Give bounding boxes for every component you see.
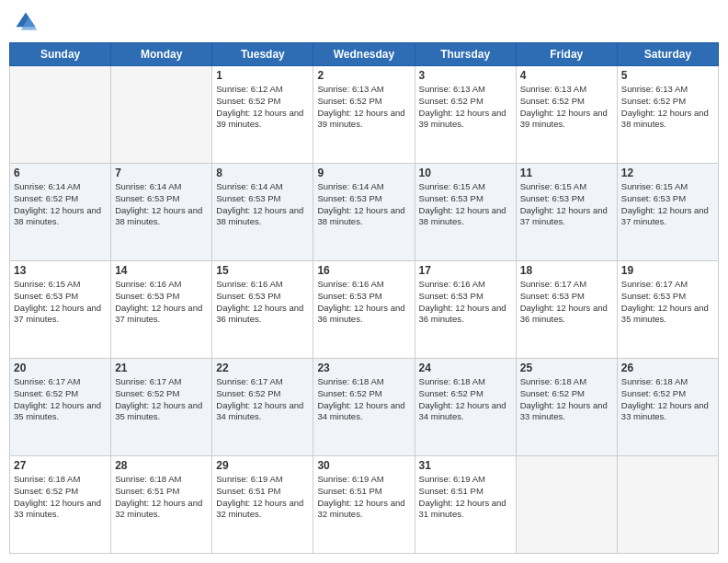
day-number: 31	[419, 459, 512, 472]
day-number: 18	[520, 264, 613, 277]
header	[9, 9, 719, 35]
day-info: Sunrise: 6:12 AM Sunset: 6:52 PM Dayligh…	[216, 84, 309, 131]
day-header-thursday: Thursday	[415, 43, 516, 66]
day-info: Sunrise: 6:17 AM Sunset: 6:53 PM Dayligh…	[520, 279, 613, 326]
day-number: 27	[14, 459, 107, 472]
day-number: 9	[317, 167, 410, 179]
day-info: Sunrise: 6:13 AM Sunset: 6:52 PM Dayligh…	[621, 84, 714, 131]
day-info: Sunrise: 6:17 AM Sunset: 6:53 PM Dayligh…	[621, 279, 714, 326]
day-cell-2: 2Sunrise: 6:13 AM Sunset: 6:52 PM Daylig…	[313, 66, 415, 164]
day-cell-9: 9Sunrise: 6:14 AM Sunset: 6:53 PM Daylig…	[313, 164, 415, 261]
day-cell-11: 11Sunrise: 6:15 AM Sunset: 6:53 PM Dayli…	[516, 164, 617, 261]
calendar-table: SundayMondayTuesdayWednesdayThursdayFrid…	[9, 42, 719, 554]
day-number: 11	[520, 167, 613, 179]
day-info: Sunrise: 6:17 AM Sunset: 6:52 PM Dayligh…	[115, 376, 208, 423]
day-cell-6: 6Sunrise: 6:14 AM Sunset: 6:52 PM Daylig…	[10, 164, 111, 261]
week-row-4: 20Sunrise: 6:17 AM Sunset: 6:52 PM Dayli…	[10, 359, 719, 456]
day-number: 10	[419, 167, 512, 179]
day-number: 13	[14, 264, 107, 277]
day-number: 8	[216, 167, 309, 179]
logo-icon	[13, 9, 39, 35]
day-info: Sunrise: 6:14 AM Sunset: 6:52 PM Dayligh…	[14, 181, 107, 228]
day-info: Sunrise: 6:14 AM Sunset: 6:53 PM Dayligh…	[317, 181, 410, 228]
day-cell-3: 3Sunrise: 6:13 AM Sunset: 6:52 PM Daylig…	[415, 66, 516, 164]
day-number: 6	[14, 167, 107, 179]
day-cell-8: 8Sunrise: 6:14 AM Sunset: 6:53 PM Daylig…	[212, 164, 313, 261]
day-info: Sunrise: 6:15 AM Sunset: 6:53 PM Dayligh…	[520, 181, 613, 228]
day-info: Sunrise: 6:17 AM Sunset: 6:52 PM Dayligh…	[216, 376, 309, 423]
day-cell-29: 29Sunrise: 6:19 AM Sunset: 6:51 PM Dayli…	[212, 456, 313, 554]
day-info: Sunrise: 6:18 AM Sunset: 6:52 PM Dayligh…	[621, 376, 714, 423]
day-number: 23	[317, 362, 410, 374]
day-header-sunday: Sunday	[10, 43, 111, 66]
day-number: 15	[216, 264, 309, 277]
day-header-friday: Friday	[516, 43, 617, 66]
day-info: Sunrise: 6:13 AM Sunset: 6:52 PM Dayligh…	[520, 84, 613, 131]
day-cell-1: 1Sunrise: 6:12 AM Sunset: 6:52 PM Daylig…	[212, 66, 313, 164]
day-number: 12	[621, 167, 714, 179]
day-number: 1	[216, 69, 309, 82]
day-number: 19	[621, 264, 714, 277]
day-cell-15: 15Sunrise: 6:16 AM Sunset: 6:53 PM Dayli…	[212, 261, 313, 359]
day-number: 24	[419, 362, 512, 374]
day-info: Sunrise: 6:14 AM Sunset: 6:53 PM Dayligh…	[216, 181, 309, 228]
day-cell-20: 20Sunrise: 6:17 AM Sunset: 6:52 PM Dayli…	[10, 359, 111, 456]
day-info: Sunrise: 6:16 AM Sunset: 6:53 PM Dayligh…	[419, 279, 512, 326]
day-number: 5	[621, 69, 714, 82]
day-info: Sunrise: 6:16 AM Sunset: 6:53 PM Dayligh…	[317, 279, 410, 326]
day-header-tuesday: Tuesday	[212, 43, 313, 66]
day-header-wednesday: Wednesday	[313, 43, 415, 66]
day-cell-27: 27Sunrise: 6:18 AM Sunset: 6:52 PM Dayli…	[10, 456, 111, 554]
day-cell-24: 24Sunrise: 6:18 AM Sunset: 6:52 PM Dayli…	[415, 359, 516, 456]
day-info: Sunrise: 6:18 AM Sunset: 6:52 PM Dayligh…	[419, 376, 512, 423]
day-cell-4: 4Sunrise: 6:13 AM Sunset: 6:52 PM Daylig…	[516, 66, 617, 164]
day-cell-19: 19Sunrise: 6:17 AM Sunset: 6:53 PM Dayli…	[617, 261, 718, 359]
day-number: 26	[621, 362, 714, 374]
day-cell-23: 23Sunrise: 6:18 AM Sunset: 6:52 PM Dayli…	[313, 359, 415, 456]
day-number: 17	[419, 264, 512, 277]
day-info: Sunrise: 6:18 AM Sunset: 6:52 PM Dayligh…	[520, 376, 613, 423]
day-info: Sunrise: 6:19 AM Sunset: 6:51 PM Dayligh…	[216, 474, 309, 521]
day-cell-26: 26Sunrise: 6:18 AM Sunset: 6:52 PM Dayli…	[617, 359, 718, 456]
day-cell-17: 17Sunrise: 6:16 AM Sunset: 6:53 PM Dayli…	[415, 261, 516, 359]
day-info: Sunrise: 6:19 AM Sunset: 6:51 PM Dayligh…	[419, 474, 512, 521]
day-cell-10: 10Sunrise: 6:15 AM Sunset: 6:53 PM Dayli…	[415, 164, 516, 261]
week-row-1: 1Sunrise: 6:12 AM Sunset: 6:52 PM Daylig…	[10, 66, 719, 164]
day-number: 30	[317, 459, 410, 472]
day-cell-12: 12Sunrise: 6:15 AM Sunset: 6:53 PM Dayli…	[617, 164, 718, 261]
empty-cell	[111, 66, 212, 164]
day-cell-16: 16Sunrise: 6:16 AM Sunset: 6:53 PM Dayli…	[313, 261, 415, 359]
page: SundayMondayTuesdayWednesdayThursdayFrid…	[0, 0, 728, 563]
day-info: Sunrise: 6:15 AM Sunset: 6:53 PM Dayligh…	[621, 181, 714, 228]
day-info: Sunrise: 6:15 AM Sunset: 6:53 PM Dayligh…	[14, 279, 107, 326]
header-row: SundayMondayTuesdayWednesdayThursdayFrid…	[10, 43, 719, 66]
empty-cell	[10, 66, 111, 164]
empty-cell	[516, 456, 617, 554]
day-number: 20	[14, 362, 107, 374]
day-header-monday: Monday	[111, 43, 212, 66]
day-info: Sunrise: 6:16 AM Sunset: 6:53 PM Dayligh…	[216, 279, 309, 326]
week-row-2: 6Sunrise: 6:14 AM Sunset: 6:52 PM Daylig…	[10, 164, 719, 261]
day-number: 3	[419, 69, 512, 82]
day-info: Sunrise: 6:17 AM Sunset: 6:52 PM Dayligh…	[14, 376, 107, 423]
day-number: 4	[520, 69, 613, 82]
day-cell-21: 21Sunrise: 6:17 AM Sunset: 6:52 PM Dayli…	[111, 359, 212, 456]
week-row-5: 27Sunrise: 6:18 AM Sunset: 6:52 PM Dayli…	[10, 456, 719, 554]
day-info: Sunrise: 6:18 AM Sunset: 6:52 PM Dayligh…	[317, 376, 410, 423]
day-cell-18: 18Sunrise: 6:17 AM Sunset: 6:53 PM Dayli…	[516, 261, 617, 359]
day-cell-25: 25Sunrise: 6:18 AM Sunset: 6:52 PM Dayli…	[516, 359, 617, 456]
day-cell-22: 22Sunrise: 6:17 AM Sunset: 6:52 PM Dayli…	[212, 359, 313, 456]
logo	[13, 9, 42, 35]
day-info: Sunrise: 6:18 AM Sunset: 6:52 PM Dayligh…	[14, 474, 107, 521]
day-number: 16	[317, 264, 410, 277]
day-info: Sunrise: 6:16 AM Sunset: 6:53 PM Dayligh…	[115, 279, 208, 326]
day-number: 29	[216, 459, 309, 472]
day-number: 25	[520, 362, 613, 374]
day-cell-30: 30Sunrise: 6:19 AM Sunset: 6:51 PM Dayli…	[313, 456, 415, 554]
day-info: Sunrise: 6:13 AM Sunset: 6:52 PM Dayligh…	[317, 84, 410, 131]
week-row-3: 13Sunrise: 6:15 AM Sunset: 6:53 PM Dayli…	[10, 261, 719, 359]
day-cell-31: 31Sunrise: 6:19 AM Sunset: 6:51 PM Dayli…	[415, 456, 516, 554]
day-number: 2	[317, 69, 410, 82]
day-number: 7	[115, 167, 208, 179]
day-cell-14: 14Sunrise: 6:16 AM Sunset: 6:53 PM Dayli…	[111, 261, 212, 359]
